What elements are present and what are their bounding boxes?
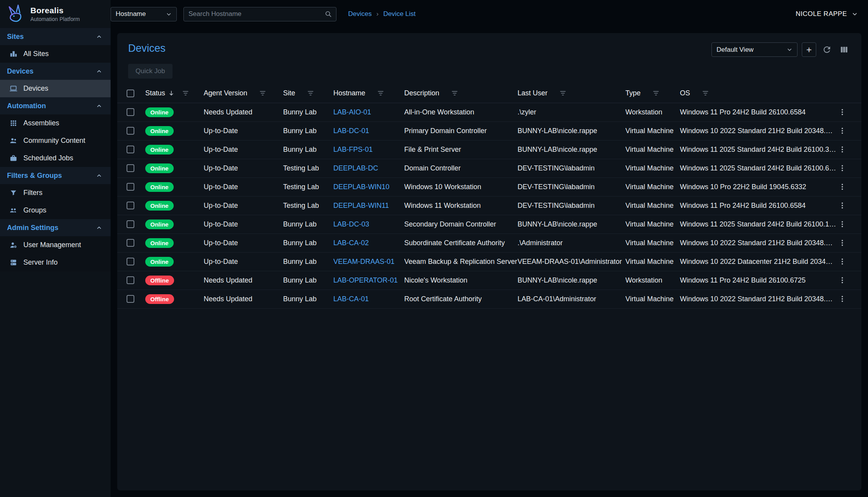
sidebar-section-automation[interactable]: Automation xyxy=(0,97,111,114)
sidebar-section-admin-settings[interactable]: Admin Settings xyxy=(0,219,111,236)
row-checkbox[interactable] xyxy=(127,295,134,303)
view-select[interactable]: Default View xyxy=(711,42,798,57)
search-icon[interactable] xyxy=(324,10,336,18)
columns-button[interactable] xyxy=(838,43,850,56)
sidebar-item-assemblies[interactable]: Assemblies xyxy=(0,114,111,132)
filter-icon[interactable] xyxy=(451,90,458,97)
row-checkbox[interactable] xyxy=(127,127,134,135)
column-header-description[interactable]: Description xyxy=(404,84,518,103)
filter-icon[interactable] xyxy=(702,90,709,97)
sidebar-item-devices[interactable]: Devices xyxy=(0,80,111,97)
hostname-link[interactable]: LAB-DC-01 xyxy=(333,127,369,135)
row-checkbox[interactable] xyxy=(127,164,134,172)
column-header-type[interactable]: Type xyxy=(625,84,680,103)
refresh-button[interactable] xyxy=(820,43,833,56)
hostname-link[interactable]: VEEAM-DRAAS-01 xyxy=(333,258,394,265)
description-cell: All-in-One Workstation xyxy=(404,103,518,121)
chevron-down-icon xyxy=(851,10,859,18)
os-cell: Windows 11 2025 Standard 24H2 Build 2610… xyxy=(680,159,836,177)
filter-icon[interactable] xyxy=(182,90,189,97)
search-input[interactable] xyxy=(184,10,324,18)
row-actions-button[interactable] xyxy=(836,162,848,174)
sidebar-item-all-sites[interactable]: All Sites xyxy=(0,45,111,63)
hostname-link[interactable]: LAB-OPERATOR-01 xyxy=(333,276,398,284)
sidebar-item-user-management[interactable]: User Management xyxy=(0,236,111,254)
select-all-checkbox[interactable] xyxy=(127,90,134,97)
row-checkbox[interactable] xyxy=(127,258,134,265)
row-actions-button[interactable] xyxy=(836,144,848,155)
quick-job-button[interactable]: Quick Job xyxy=(128,64,173,79)
hostname-link[interactable]: LAB-DC-03 xyxy=(333,220,369,228)
section-label: Admin Settings xyxy=(7,224,58,232)
row-checkbox[interactable] xyxy=(127,183,134,191)
sidebar-section-filters-groups[interactable]: Filters & Groups xyxy=(0,167,111,184)
section-label: Sites xyxy=(7,33,24,41)
type-cell: Virtual Machine xyxy=(625,234,680,252)
row-checkbox[interactable] xyxy=(127,220,134,228)
row-actions-button[interactable] xyxy=(836,218,848,230)
row-actions-button[interactable] xyxy=(836,181,848,193)
search-by-select[interactable]: Hostname xyxy=(111,7,177,21)
site-cell: Bunny Lab xyxy=(283,252,333,271)
hostname-link[interactable]: LAB-FPS-01 xyxy=(333,146,373,153)
last-user-cell: LAB-CA-01\Administrator xyxy=(518,290,625,308)
sidebar-section-devices[interactable]: Devices xyxy=(0,63,111,80)
row-actions-button[interactable] xyxy=(836,125,848,137)
last-user-cell: BUNNY-LAB\nicole.rappe xyxy=(518,140,625,159)
description-cell: Veeam Backup & Replication Server xyxy=(404,252,518,271)
row-actions-button[interactable] xyxy=(836,293,848,305)
kebab-icon xyxy=(838,108,847,116)
filter-icon[interactable] xyxy=(259,90,266,97)
kebab-icon xyxy=(838,164,847,172)
column-header-agent-version[interactable]: Agent Version xyxy=(204,84,283,103)
column-header-last-user[interactable]: Last User xyxy=(518,84,625,103)
column-header-hostname[interactable]: Hostname xyxy=(333,84,404,103)
description-cell: Domain Controller xyxy=(404,159,518,177)
status-badge: Online xyxy=(145,182,174,192)
row-actions-button[interactable] xyxy=(836,200,848,211)
row-actions-button[interactable] xyxy=(836,256,848,267)
sidebar-item-community-content[interactable]: Community Content xyxy=(0,132,111,149)
os-cell: Windows 10 2022 Standard 21H2 Build 2034… xyxy=(680,290,836,308)
type-cell: Workstation xyxy=(625,103,680,121)
column-header-os[interactable]: OS xyxy=(680,84,836,103)
filter-icon[interactable] xyxy=(652,90,660,97)
type-cell: Virtual Machine xyxy=(625,196,680,215)
row-checkbox[interactable] xyxy=(127,202,134,209)
breadcrumb-device-list[interactable]: Device List xyxy=(383,10,416,18)
hostname-link[interactable]: LAB-CA-02 xyxy=(333,239,369,247)
hostname-link[interactable]: LAB-CA-01 xyxy=(333,295,369,303)
hostname-link[interactable]: DEEPLAB-WIN11 xyxy=(333,202,389,209)
sidebar-item-server-info[interactable]: Server Info xyxy=(0,254,111,271)
user-menu[interactable]: NICOLE RAPPE xyxy=(796,10,859,18)
sidebar-item-groups[interactable]: Groups xyxy=(0,202,111,219)
row-checkbox[interactable] xyxy=(127,276,134,284)
hostname-link[interactable]: DEEPLAB-WIN10 xyxy=(333,183,389,191)
agent-version-cell: Up-to-Date xyxy=(204,140,283,159)
hostname-link[interactable]: LAB-AIO-01 xyxy=(333,108,371,116)
row-actions-button[interactable] xyxy=(836,274,848,286)
column-header-status[interactable]: Status xyxy=(145,84,204,103)
filter-icon[interactable] xyxy=(559,90,567,97)
sidebar-item-filters[interactable]: Filters xyxy=(0,184,111,202)
breadcrumb-devices[interactable]: Devices xyxy=(348,10,371,18)
sidebar-section-sites[interactable]: Sites xyxy=(0,28,111,45)
user-name: NICOLE RAPPE xyxy=(796,10,847,18)
row-checkbox[interactable] xyxy=(127,146,134,153)
site-cell: Bunny Lab xyxy=(283,215,333,234)
kebab-icon xyxy=(838,220,847,228)
section-label: Devices xyxy=(7,67,33,76)
sidebar-item-scheduled-jobs[interactable]: Scheduled Jobs xyxy=(0,149,111,167)
device-table-body: Online Needs Updated Bunny Lab LAB-AIO-0… xyxy=(117,103,861,308)
hostname-link[interactable]: DEEPLAB-DC xyxy=(333,164,378,172)
filter-icon[interactable] xyxy=(377,90,384,97)
section-label: Filters & Groups xyxy=(7,172,62,180)
filter-icon[interactable] xyxy=(307,90,314,97)
row-actions-button[interactable] xyxy=(836,106,848,118)
row-actions-button[interactable] xyxy=(836,237,848,249)
table-row: Online Up-to-Date Bunny Lab LAB-DC-03 Se… xyxy=(117,215,861,234)
row-checkbox[interactable] xyxy=(127,239,134,247)
column-header-site[interactable]: Site xyxy=(283,84,333,103)
row-checkbox[interactable] xyxy=(127,108,134,116)
add-view-button[interactable]: + xyxy=(802,42,816,57)
